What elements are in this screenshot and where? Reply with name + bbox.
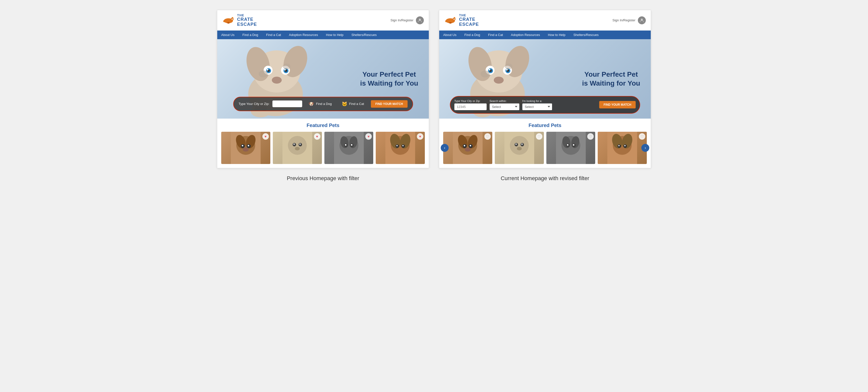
find-match-btn-prev[interactable]: FIND YOUR MATCH (371, 100, 407, 108)
pet-heart-1-curr[interactable]: ♡ (484, 133, 491, 140)
pet-heart-1-prev[interactable]: ♥ (262, 133, 269, 140)
pets-grid-prev: ♥ ♥ (221, 132, 425, 164)
nav-adoption-curr[interactable]: Adoption Resources (507, 31, 544, 39)
svg-point-101 (517, 147, 522, 150)
svg-point-35 (243, 148, 249, 152)
site-nav-prev: About Us Find a Dog Find a Cat Adoption … (217, 31, 429, 39)
nav-adoption-prev[interactable]: Adoption Resources (285, 31, 322, 39)
pet-card-3-curr: ♡ (546, 132, 595, 164)
pet-card-4-prev: ♥ (376, 132, 425, 164)
find-match-btn-curr[interactable]: FIND YOUR MATCH (599, 101, 636, 109)
nav-dog-prev[interactable]: Find a Dog (238, 31, 262, 39)
city-label-prev: Type Your City or Zip: (239, 102, 269, 106)
sign-in-link-curr[interactable]: Sign In/Register (613, 18, 636, 22)
city-input-prev[interactable] (272, 100, 302, 107)
logo-text-curr: THE CRATE ESCAPE (459, 13, 479, 27)
svg-point-62 (445, 20, 447, 22)
pet-heart-2-prev[interactable]: ♥ (314, 133, 320, 140)
current-panel: THE CRATE ESCAPE Sign In/Register About … (439, 10, 651, 182)
logo-text-prev: THE CRATE ESCAPE (237, 13, 257, 27)
svg-point-100 (521, 143, 523, 145)
filter-group-city-curr: Type Your City or Zip: (454, 99, 487, 110)
hero-text-area-prev: Your Perfect Pet is Waiting for You (360, 70, 418, 88)
svg-point-96 (510, 136, 529, 155)
svg-point-4 (227, 22, 230, 24)
pet-card-1-curr: ♡ (443, 132, 492, 164)
svg-point-66 (641, 19, 643, 21)
logo-dog-icon-prev (222, 16, 235, 25)
logo-crate-prev: CRATE (237, 17, 257, 22)
nav-cat-prev[interactable]: Find a Cat (262, 31, 285, 39)
pets-grid-curr: ♡ ♡ (443, 132, 647, 164)
city-input-curr[interactable] (454, 103, 487, 110)
nav-about-prev[interactable]: About Us (217, 31, 238, 39)
svg-point-99 (515, 143, 517, 145)
svg-point-6 (231, 19, 232, 19)
header-right-prev: Sign In/Register (391, 17, 424, 24)
nav-help-curr[interactable]: How to Help (544, 31, 569, 39)
logo-escape-curr: ESCAPE (459, 22, 479, 27)
svg-point-63 (449, 22, 452, 24)
find-cat-btn-prev[interactable]: 🐱 Find a Cat (338, 100, 368, 108)
hero-curr: Your Perfect Pet is Waiting for You Type… (439, 39, 651, 119)
svg-point-80 (480, 70, 490, 78)
svg-point-108 (567, 144, 568, 146)
nav-cat-curr[interactable]: Find a Cat (484, 31, 507, 39)
carousel-prev-btn[interactable]: ‹ (441, 144, 448, 152)
svg-point-65 (454, 19, 454, 19)
svg-point-109 (572, 144, 574, 146)
header-right-curr: Sign In/Register (613, 17, 646, 24)
looking-select-curr[interactable]: Select Dog Cat (522, 103, 552, 110)
filter-group-within-curr: Search within: Select 5 miles 10 miles 2… (490, 99, 519, 110)
panel-caption-curr: Current Homepage with revised filter (501, 175, 589, 182)
carousel-next-btn[interactable]: › (641, 144, 649, 152)
svg-point-41 (299, 143, 301, 145)
within-select-curr[interactable]: Select 5 miles 10 miles 25 miles (490, 103, 519, 110)
pet-card-1-prev: ♥ (221, 132, 270, 164)
cat-icon-prev: 🐱 (342, 101, 347, 107)
svg-point-81 (505, 63, 513, 69)
hero-prev: Your Perfect Pet is Waiting for You Type… (217, 39, 429, 119)
svg-point-117 (624, 145, 626, 146)
nav-about-curr[interactable]: About Us (439, 31, 460, 39)
site-header-prev: THE CRATE ESCAPE Sign In/Register (217, 10, 429, 31)
svg-point-58 (403, 145, 404, 146)
find-dog-btn-prev[interactable]: 🐶 Find a Dog (305, 100, 335, 108)
pet-heart-3-curr[interactable]: ♡ (587, 133, 594, 140)
dog-icon-prev: 🐶 (309, 101, 314, 107)
svg-point-21 (259, 70, 268, 78)
pet-heart-4-curr[interactable]: ♡ (639, 133, 645, 140)
logo-area-curr: THE CRATE ESCAPE (444, 13, 479, 27)
pet-heart-2-curr[interactable]: ♡ (536, 133, 542, 140)
pet-heart-3-prev[interactable]: ♥ (365, 133, 372, 140)
sign-in-link-prev[interactable]: Sign In/Register (391, 18, 414, 22)
nav-dog-curr[interactable]: Find a Dog (460, 31, 484, 39)
svg-point-92 (464, 145, 465, 146)
svg-point-116 (619, 145, 620, 146)
svg-point-64 (454, 18, 455, 20)
pet-heart-4-prev[interactable]: ♥ (417, 133, 423, 140)
pet-card-2-prev: ♥ (273, 132, 322, 164)
nav-shelters-prev[interactable]: Shelters/Rescues (347, 31, 381, 39)
user-avatar-curr (638, 17, 646, 24)
svg-point-50 (351, 144, 352, 146)
nav-help-prev[interactable]: How to Help (322, 31, 347, 39)
svg-point-20 (272, 77, 282, 84)
city-label-curr: Type Your City or Zip: (454, 99, 487, 102)
svg-point-3 (223, 20, 225, 22)
filter-group-looking-curr: I'm looking for a: Select Dog Cat (522, 99, 552, 110)
nav-shelters-curr[interactable]: Shelters/Rescues (569, 31, 602, 39)
hero-heading-curr: Your Perfect Pet is Waiting for You (582, 70, 640, 88)
hero-heading-prev: Your Perfect Pet is Waiting for You (360, 70, 418, 88)
user-avatar-prev (416, 17, 424, 24)
site-nav-curr: About Us Find a Dog Find a Cat Adoption … (439, 31, 651, 39)
logo-the-prev: THE (237, 13, 257, 17)
logo-escape-prev: ESCAPE (237, 22, 257, 27)
panel-caption-prev: Previous Homepage with filter (287, 175, 359, 182)
hero-text-area-curr: Your Perfect Pet is Waiting for You (582, 70, 640, 88)
svg-point-5 (231, 18, 233, 20)
svg-point-15 (267, 69, 268, 70)
featured-title-curr: Featured Pets (443, 123, 647, 128)
featured-section-curr: Featured Pets ‹ (439, 119, 651, 168)
logo-the-curr: THE (459, 13, 479, 17)
